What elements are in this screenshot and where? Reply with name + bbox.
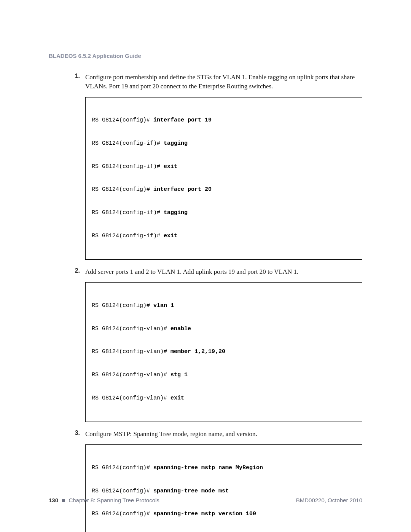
code-line: RS G8124(config)# spanning-tree mstp nam… xyxy=(92,464,356,472)
code-prompt: RS G8124(config)# xyxy=(92,511,153,517)
step-1: 1. Configure port membership and define … xyxy=(72,73,362,260)
page-header: BLADEOS 6.5.2 Application Guide xyxy=(49,53,362,59)
code-prompt: RS G8124(config)# xyxy=(92,488,153,494)
code-cmd: tagging xyxy=(164,209,188,216)
code-cmd: spanning-tree mode mst xyxy=(153,488,229,494)
chapter-title: Chapter 8: Spanning Tree Protocols xyxy=(68,497,159,503)
page-number: 130 xyxy=(49,497,58,503)
code-prompt: RS G8124(config-vlan)# xyxy=(92,395,170,401)
code-cmd: interface port 20 xyxy=(153,186,212,193)
doc-title: BLADEOS 6.5.2 Application Guide xyxy=(49,53,141,59)
code-line: RS G8124(config)# spanning-tree mstp ver… xyxy=(92,510,356,518)
code-block: RS G8124(config)# interface port 19 RS G… xyxy=(85,97,362,260)
code-line: RS G8124(config)# spanning-tree mode mst xyxy=(92,487,356,495)
step-row: 1. Configure port membership and define … xyxy=(72,73,362,91)
step-3: 3. Configure MSTP: Spanning Tree mode, r… xyxy=(72,430,362,532)
step-text: Configure MSTP: Spanning Tree mode, regi… xyxy=(85,430,362,439)
code-cmd: spanning-tree mstp name MyRegion xyxy=(153,465,263,471)
footer-left: 130 Chapter 8: Spanning Tree Protocols xyxy=(49,497,159,503)
code-line: RS G8124(config-if)# tagging xyxy=(92,140,356,147)
page-body: 1. Configure port membership and define … xyxy=(49,73,362,532)
code-cmd: member 1,2,19,20 xyxy=(170,348,225,355)
code-cmd: exit xyxy=(164,233,177,239)
code-block: RS G8124(config)# spanning-tree mstp nam… xyxy=(85,444,362,532)
code-line: RS G8124(config-vlan)# enable xyxy=(92,325,356,333)
code-line: RS G8124(config)# vlan 1 xyxy=(92,302,356,310)
page-footer: 130 Chapter 8: Spanning Tree Protocols B… xyxy=(49,497,362,503)
code-line: RS G8124(config-if)# tagging xyxy=(92,209,356,217)
code-line: RS G8124(config-vlan)# stg 1 xyxy=(92,371,356,379)
code-cmd: enable xyxy=(170,326,191,332)
code-prompt: RS G8124(config-if)# xyxy=(92,209,164,216)
code-prompt: RS G8124(config)# xyxy=(92,117,153,123)
code-prompt: RS G8124(config)# xyxy=(92,302,153,309)
code-prompt: RS G8124(config-if)# xyxy=(92,233,164,239)
code-line: RS G8124(config-if)# exit xyxy=(92,232,356,240)
step-text: Configure port membership and define the… xyxy=(85,73,362,91)
code-prompt: RS G8124(config)# xyxy=(92,465,153,471)
code-cmd: stg 1 xyxy=(170,372,188,378)
code-cmd: exit xyxy=(164,163,177,170)
code-cmd: spanning-tree mstp version 100 xyxy=(153,511,256,517)
code-line: RS G8124(config)# interface port 20 xyxy=(92,186,356,193)
code-line: RS G8124(config)# interface port 19 xyxy=(92,117,356,124)
step-text: Add server ports 1 and 2 to VLAN 1. Add … xyxy=(85,267,362,276)
step-row: 3. Configure MSTP: Spanning Tree mode, r… xyxy=(72,430,362,439)
square-bullet-icon xyxy=(62,499,65,502)
step-number: 3. xyxy=(72,430,85,436)
step-number: 2. xyxy=(72,267,85,274)
step-row: 2. Add server ports 1 and 2 to VLAN 1. A… xyxy=(72,267,362,276)
code-cmd: exit xyxy=(170,395,184,401)
code-line: RS G8124(config-vlan)# member 1,2,19,20 xyxy=(92,348,356,356)
step-number: 1. xyxy=(72,73,85,80)
code-prompt: RS G8124(config-vlan)# xyxy=(92,372,170,378)
code-block: RS G8124(config)# vlan 1 RS G8124(config… xyxy=(85,282,362,422)
code-prompt: RS G8124(config-if)# xyxy=(92,163,164,170)
code-prompt: RS G8124(config)# xyxy=(92,186,153,193)
code-prompt: RS G8124(config-vlan)# xyxy=(92,326,170,332)
code-prompt: RS G8124(config-vlan)# xyxy=(92,348,170,355)
code-line: RS G8124(config-vlan)# exit xyxy=(92,395,356,402)
code-prompt: RS G8124(config-if)# xyxy=(92,140,164,147)
code-line: RS G8124(config-if)# exit xyxy=(92,163,356,171)
doc-id: BMD00220, October 2010 xyxy=(296,497,362,503)
step-2: 2. Add server ports 1 and 2 to VLAN 1. A… xyxy=(72,267,362,422)
footer-right: BMD00220, October 2010 xyxy=(296,497,362,503)
code-cmd: tagging xyxy=(164,140,188,147)
code-cmd: interface port 19 xyxy=(153,117,212,123)
code-cmd: vlan 1 xyxy=(153,302,174,309)
